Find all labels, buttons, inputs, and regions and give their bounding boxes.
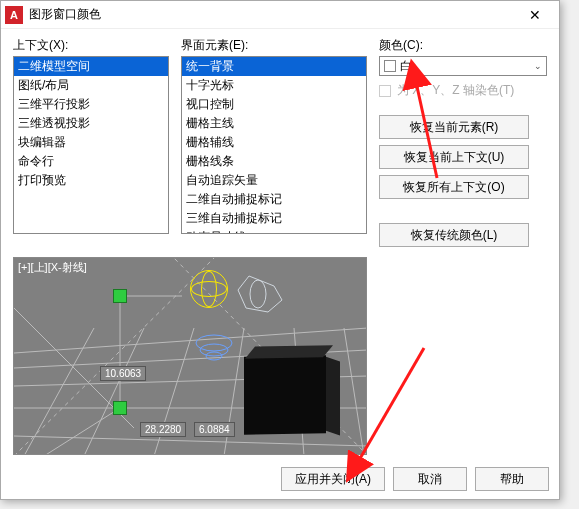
context-item[interactable]: 图纸/布局 xyxy=(14,76,168,95)
element-item[interactable]: 动态尺寸线 xyxy=(182,228,366,234)
chevron-down-icon: ⌄ xyxy=(534,61,542,71)
context-item[interactable]: 块编辑器 xyxy=(14,133,168,152)
close-button[interactable]: ✕ xyxy=(515,2,555,28)
context-item[interactable]: 三维平行投影 xyxy=(14,95,168,114)
dialog-window: A 图形窗口颜色 ✕ 上下文(X): 二维模型空间图纸/布局三维平行投影三维透视… xyxy=(0,0,560,500)
help-button[interactable]: 帮助 xyxy=(475,467,549,491)
context-label: 上下文(X): xyxy=(13,37,169,54)
coord-b: 28.2280 xyxy=(140,422,186,437)
color-name: 白 xyxy=(400,58,412,75)
element-item[interactable]: 栅格主线 xyxy=(182,114,366,133)
window-title: 图形窗口颜色 xyxy=(29,6,515,23)
apply-close-button[interactable]: 应用并关闭(A) xyxy=(281,467,385,491)
wireframe-sphere xyxy=(190,270,228,308)
context-listbox[interactable]: 二维模型空间图纸/布局三维平行投影三维透视投影块编辑器命令行打印预览 xyxy=(13,56,169,234)
element-item[interactable]: 视口控制 xyxy=(182,95,366,114)
svg-line-5 xyxy=(24,328,94,455)
svg-point-17 xyxy=(250,280,266,308)
context-item[interactable]: 二维模型空间 xyxy=(14,57,168,76)
context-item[interactable]: 三维透视投影 xyxy=(14,114,168,133)
context-item[interactable]: 命令行 xyxy=(14,152,168,171)
footer-buttons: 应用并关闭(A) 取消 帮助 xyxy=(281,467,549,491)
element-item[interactable]: 栅格线条 xyxy=(182,152,366,171)
preview-view-label: [+][上][X-射线] xyxy=(18,260,87,275)
element-item[interactable]: 二维自动捕捉标记 xyxy=(182,190,366,209)
element-item[interactable]: 栅格辅线 xyxy=(182,133,366,152)
svg-point-18 xyxy=(196,335,232,351)
titlebar: A 图形窗口颜色 ✕ xyxy=(1,1,559,29)
restore-legacy-button[interactable]: 恢复传统颜色(L) xyxy=(379,223,529,247)
context-item[interactable]: 打印预览 xyxy=(14,171,168,190)
color-dropdown[interactable]: 白 ⌄ xyxy=(379,56,547,76)
element-label: 界面元素(E): xyxy=(181,37,367,54)
coord-a: 10.6063 xyxy=(100,366,146,381)
cancel-button[interactable]: 取消 xyxy=(393,467,467,491)
restore-context-button[interactable]: 恢复当前上下文(U) xyxy=(379,145,529,169)
grip-handle-1 xyxy=(113,289,127,303)
preview-area: [+][上][X-射线] 10.6063 28.2280 6.0884 xyxy=(13,257,367,455)
app-icon: A xyxy=(5,6,23,24)
tint-checkbox-row: 为 X、Y、Z 轴染色(T) xyxy=(379,82,547,99)
element-item[interactable]: 自动追踪矢量 xyxy=(182,171,366,190)
element-item[interactable]: 十字光标 xyxy=(182,76,366,95)
coord-c: 6.0884 xyxy=(194,422,235,437)
svg-line-10 xyxy=(344,328,364,455)
color-swatch xyxy=(384,60,396,72)
element-item[interactable]: 三维自动捕捉标记 xyxy=(182,209,366,228)
restore-element-button[interactable]: 恢复当前元素(R) xyxy=(379,115,529,139)
color-label: 颜色(C): xyxy=(379,37,547,54)
tint-label: 为 X、Y、Z 轴染色(T) xyxy=(397,82,514,99)
preview-cube xyxy=(244,355,326,434)
grip-handle-2 xyxy=(113,401,127,415)
element-item[interactable]: 统一背景 xyxy=(182,57,366,76)
restore-all-button[interactable]: 恢复所有上下文(O) xyxy=(379,175,529,199)
tint-checkbox[interactable] xyxy=(379,85,391,97)
element-listbox[interactable]: 统一背景十字光标视口控制栅格主线栅格辅线栅格线条自动追踪矢量二维自动捕捉标记三维… xyxy=(181,56,367,234)
